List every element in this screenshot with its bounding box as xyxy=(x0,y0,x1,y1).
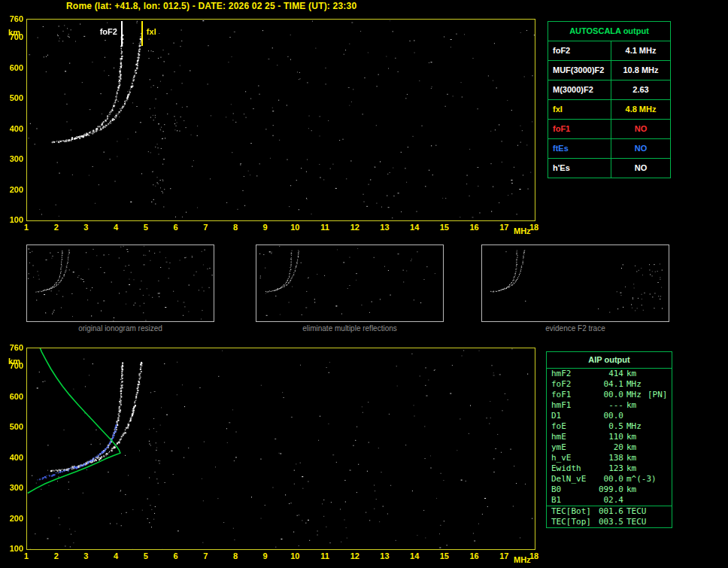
y-axis-tick: 300 xyxy=(4,154,23,163)
x-axis-tick: 3 xyxy=(79,551,93,560)
x-axis-unit-label: MHz xyxy=(514,226,531,235)
aip-table-title: AIP output xyxy=(547,352,672,369)
thumbnail-filtered-ionogram xyxy=(256,245,444,322)
x-axis-tick: 17 xyxy=(497,551,511,560)
ionogram-canvas xyxy=(27,20,535,220)
autoscala-row-value: NO xyxy=(611,139,670,158)
aip-row-unit: MHz xyxy=(626,390,642,400)
autoscala-row-label: foF2 xyxy=(548,41,611,60)
x-axis-tick: 12 xyxy=(348,551,362,560)
aip-row-value: 110 xyxy=(589,432,623,442)
aip-row-unit: TECU xyxy=(626,517,647,527)
aip-row-label: h_vE xyxy=(551,453,572,463)
aip-output-table: AIP output hmF2414kmfoF204.1MHzfoF100.0M… xyxy=(546,351,672,528)
x-axis-tick: 13 xyxy=(378,223,391,232)
y-axis-tick: 200 xyxy=(4,185,23,194)
x-axis-tick: 2 xyxy=(50,223,63,232)
profile-plot xyxy=(26,348,535,550)
autoscala-row-label: M(3000)F2 xyxy=(548,80,611,99)
autoscala-row: h'EsNO xyxy=(548,159,670,178)
aip-row-value: 414 xyxy=(589,369,623,379)
x-axis-tick: 13 xyxy=(378,551,391,560)
aip-row: B0099.0km xyxy=(547,484,672,495)
aip-row-value: 04.1 xyxy=(589,379,623,390)
autoscala-row-label: fxI xyxy=(548,100,611,119)
thumbnail-caption-f2-trace: evidence F2 trace xyxy=(481,324,669,333)
aip-row-label: DelN_vE xyxy=(551,474,586,484)
x-axis-tick: 16 xyxy=(468,223,481,232)
aip-row: Ewidth123km xyxy=(547,463,672,474)
autoscala-row: foF1NO xyxy=(548,120,670,139)
autoscala-window: Rome (lat: +41.8, lon: 012.5) - DATE: 20… xyxy=(0,0,728,568)
aip-row-unit: km xyxy=(626,463,636,474)
aip-row-value: 00.0 xyxy=(589,411,623,421)
autoscala-row-label: ftEs xyxy=(548,139,611,158)
x-axis-tick: 1 xyxy=(20,551,33,560)
x-axis-tick: 10 xyxy=(288,551,302,560)
thumbnail-f2-trace-canvas xyxy=(482,245,669,321)
autoscala-output-table: AUTOSCALA output foF24.1 MHzMUF(3000)F21… xyxy=(548,21,671,178)
autoscala-row-value: 10.8 MHz xyxy=(611,61,670,80)
aip-row-value: 123 xyxy=(589,463,623,474)
x-axis-tick: 15 xyxy=(438,223,451,232)
x-axis-tick: 7 xyxy=(199,551,212,560)
aip-row-label: hmE xyxy=(551,432,566,442)
fxI-marker-label: fxI xyxy=(147,27,156,36)
aip-row-label: B0 xyxy=(551,484,561,495)
aip-row: foE0.5MHz xyxy=(547,421,672,432)
autoscala-table-title: AUTOSCALA output xyxy=(548,22,670,41)
x-axis-unit-label: MHz xyxy=(514,555,531,564)
aip-row-unit: MHz xyxy=(626,379,642,390)
aip-tec-rows: TEC[Bot]001.6TECUTEC[Top]003.5TECU xyxy=(547,506,672,527)
autoscala-row-label: MUF(3000)F2 xyxy=(548,61,611,80)
aip-row-label: TEC[Top] xyxy=(551,517,591,527)
aip-row-label: hmF1 xyxy=(551,400,572,411)
thumbnail-caption-filtered: eliminate multiple reflections xyxy=(256,324,444,333)
thumbnail-original-canvas xyxy=(27,245,214,321)
x-axis-tick: 10 xyxy=(288,223,302,232)
y-axis-tick: 200 xyxy=(4,514,23,523)
aip-row: foF100.0MHz[PN] xyxy=(547,390,672,400)
aip-row-unit: km xyxy=(626,400,636,411)
aip-row: hmE110km xyxy=(547,432,672,442)
x-axis-tick: 14 xyxy=(408,551,421,560)
autoscala-row-value: 2.63 xyxy=(611,80,670,99)
autoscala-row-value: NO xyxy=(611,159,670,178)
aip-row-label: foF1 xyxy=(551,390,572,400)
aip-row: B102.4 xyxy=(547,495,672,506)
aip-row: DelN_vE00.0m^(-3) xyxy=(547,474,672,484)
x-axis-tick: 6 xyxy=(169,551,183,560)
autoscala-rows: foF24.1 MHzMUF(3000)F210.8 MHzM(3000)F22… xyxy=(548,41,670,178)
aip-row-label: B1 xyxy=(551,495,561,506)
y-axis-tick: 760 xyxy=(4,343,23,352)
aip-row-unit: km xyxy=(626,369,636,379)
aip-row-value: 00.0 xyxy=(589,390,623,400)
aip-row-unit: km xyxy=(626,453,636,463)
aip-row-label: TEC[Bot] xyxy=(551,506,591,517)
aip-row-value: 099.0 xyxy=(589,484,623,495)
aip-row-label: Ewidth xyxy=(551,463,581,474)
foF2-marker-line xyxy=(121,21,123,46)
aip-row-value: --- xyxy=(589,400,623,411)
autoscala-row: fxI4.8 MHz xyxy=(548,100,670,120)
x-axis-tick: 7 xyxy=(199,223,212,232)
aip-row-value: 0.5 xyxy=(589,421,623,432)
aip-row-unit: m^(-3) xyxy=(626,474,657,484)
x-axis-tick: 16 xyxy=(468,551,481,560)
foF2-marker-label: foF2 xyxy=(86,27,117,36)
x-axis-tick: 8 xyxy=(229,551,242,560)
aip-row-value: 138 xyxy=(589,453,623,463)
x-axis-tick: 2 xyxy=(50,551,63,560)
aip-row-value: 003.5 xyxy=(589,517,623,527)
y-axis-unit-label: km xyxy=(5,357,24,366)
x-axis-tick: 8 xyxy=(229,223,242,232)
y-axis-tick: 600 xyxy=(4,392,23,401)
autoscala-row-label: h'Es xyxy=(548,159,611,178)
y-axis-tick: 400 xyxy=(4,453,23,462)
ionogram-plot: foF2fxI xyxy=(26,19,535,221)
x-axis-tick: 15 xyxy=(438,551,451,560)
x-axis-tick: 9 xyxy=(259,551,272,560)
aip-row: D100.0 xyxy=(547,411,672,421)
aip-row-value: 00.0 xyxy=(589,474,623,484)
aip-row-unit: km xyxy=(626,484,636,495)
